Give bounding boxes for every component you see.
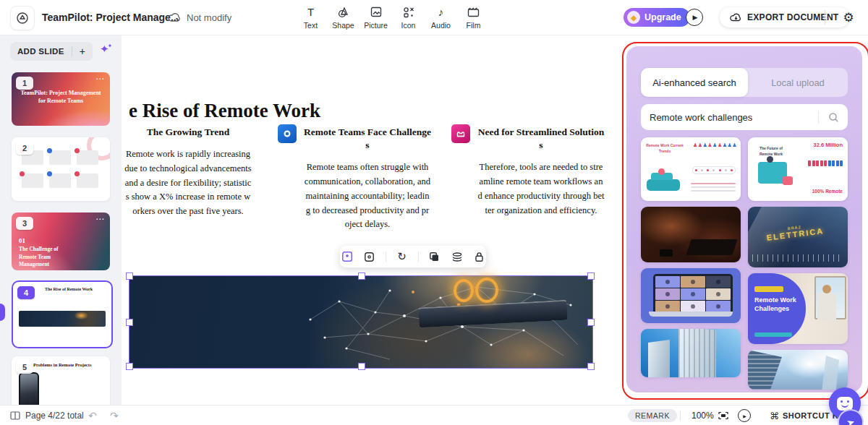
resize-handle-w[interactable]: [126, 319, 133, 326]
progress-dots: [692, 166, 736, 174]
upgrade-label: Upgrade: [644, 12, 681, 22]
caption-lines: [691, 181, 736, 194]
result-thumb-neon-sign[interactable]: BRÁZ ELETTRICA: [748, 207, 848, 267]
settings-gear-icon[interactable]: ⚙: [839, 8, 858, 27]
redo-icon[interactable]: ↷: [110, 405, 119, 425]
tab-local-upload[interactable]: Local upload: [748, 68, 848, 97]
gem-icon: ◆: [627, 11, 640, 24]
insert-toolbar: T Text Shape Picture: [294, 0, 490, 35]
save-status-label: Not modify: [187, 12, 231, 23]
column-heading[interactable]: The Growing Trend: [124, 126, 252, 139]
cover-subtitle-bar: [754, 332, 792, 337]
column-body[interactable]: Remote work is rapidly increasing due to…: [124, 147, 252, 219]
tab-ai-enhanced-search[interactable]: Ai-enhanced search: [641, 68, 748, 97]
audio-tool-button[interactable]: ♪ Audio: [425, 0, 457, 35]
resize-handle-n[interactable]: [358, 272, 365, 280]
yellow-badge: [754, 286, 783, 292]
result-thumb-future-of-remote-work[interactable]: The Future of Remote Work 32.6 Million 1…: [748, 137, 848, 201]
column-heading[interactable]: Remote Teams Face Challenges: [304, 126, 431, 152]
resize-handle-nw[interactable]: [126, 272, 133, 280]
result-thumb-city-clouds[interactable]: [748, 350, 848, 390]
film-tool-icon: [467, 6, 480, 19]
slide-3-eyebrow: 01: [19, 237, 25, 244]
result-thumb-current-trends[interactable]: Remote Work Current Trends ♟♟♟♟♟♟♟♟♟: [641, 137, 741, 201]
top-bar: TeamPilot: Project Manage... Not modify …: [0, 0, 868, 35]
audio-tool-icon: ♪: [438, 6, 444, 19]
add-slide-plus-button[interactable]: +: [72, 46, 93, 57]
slide-thumbnail-3[interactable]: 3 ⋯ 01 The Challenge of Remote Team Mana…: [12, 212, 110, 270]
replace-image-icon[interactable]: [341, 250, 354, 263]
frame-icon[interactable]: [363, 250, 376, 263]
slide-number-badge: 3: [16, 217, 33, 230]
add-slide-button[interactable]: ADD SLIDE: [10, 47, 72, 56]
slide-thumbnail-4-selected[interactable]: 4 The Rise of Remote Work: [12, 280, 113, 348]
film-tool-button[interactable]: Film: [457, 0, 490, 35]
object-toolbar: ↻: [340, 246, 486, 267]
text-tool-button[interactable]: T Text: [294, 0, 327, 35]
slide-title-text[interactable]: e Rise of Remote Work: [129, 100, 320, 122]
lock-icon[interactable]: [473, 250, 486, 263]
column-body[interactable]: Therefore, tools are needed to streamlin…: [477, 160, 605, 218]
image-search-input[interactable]: [641, 112, 818, 123]
resize-handle-e[interactable]: [587, 319, 595, 326]
laptop-base: [649, 312, 733, 317]
search-icon[interactable]: [819, 112, 848, 123]
fit-screen-icon: [718, 411, 728, 420]
statusbar-divider: [680, 411, 681, 421]
icon-tool-button[interactable]: Icon: [392, 0, 425, 35]
result-thumb-skyscrapers[interactable]: [641, 329, 741, 377]
toolbar-divider: [386, 252, 386, 262]
ai-sparkle-icon[interactable]: ✦✦: [100, 43, 114, 54]
result-thumb-remote-work-challenges[interactable]: Remote Work Challenges: [748, 273, 848, 344]
resize-handle-ne[interactable]: [587, 272, 595, 280]
resize-handle-s[interactable]: [358, 363, 365, 370]
resize-handle-sw[interactable]: [126, 363, 133, 370]
slide-menu-icon[interactable]: ⋯: [95, 214, 105, 224]
icon-tool-icon: [403, 6, 414, 19]
stat-badge: 100% Remote: [812, 189, 843, 194]
resize-handle-se[interactable]: [587, 363, 595, 370]
slide-5-phone-graphic: [19, 372, 39, 405]
preview-play-icon[interactable]: ▶: [738, 409, 751, 422]
zoom-control[interactable]: 100%: [692, 405, 728, 425]
result-thumb-video-call[interactable]: [641, 268, 741, 323]
page-overview-button[interactable]: Page 4/22 total: [10, 405, 84, 425]
upgrade-button[interactable]: ◆ Upgrade: [624, 8, 690, 27]
cover-title: Remote Work Challenges: [754, 296, 799, 313]
slide-1-title: TeamPilot: Project Management for Remote…: [17, 90, 104, 106]
infographic-title: The Future of Remote Work: [753, 146, 789, 157]
building-graphic: [748, 350, 782, 390]
column-heading[interactable]: Need for Streamlined Solutions: [477, 126, 605, 152]
sidebar-drag-handle[interactable]: [0, 304, 5, 321]
building-graphic: [813, 356, 839, 390]
rotate-icon[interactable]: ↻: [396, 250, 409, 263]
present-play-button[interactable]: ▶: [686, 9, 703, 26]
challenges-column-icon: [278, 124, 297, 143]
slide-thumbnail-1[interactable]: 1 ⋯ TeamPilot: Project Management for Re…: [12, 72, 110, 126]
column-body[interactable]: Remote teams often struggle with communi…: [304, 160, 431, 232]
zoom-level-value: 100%: [692, 411, 714, 421]
app-logo-icon[interactable]: [10, 6, 35, 30]
shape-tool-button[interactable]: Shape: [327, 0, 359, 35]
ai-search-panel: Ai-enhanced search Local upload Remote W…: [626, 46, 862, 392]
export-document-button[interactable]: EXPORT DOCUMENT: [720, 7, 849, 27]
selected-slide-image[interactable]: [129, 275, 593, 369]
column-growing-trend[interactable]: The Growing Trend Remote work is rapidly…: [124, 126, 252, 219]
column-challenges[interactable]: Remote Teams Face Challenges Remote team…: [304, 126, 431, 232]
undo-icon[interactable]: ↶: [88, 405, 97, 425]
slide-menu-icon[interactable]: ⋯: [95, 74, 105, 84]
picture-tool-button[interactable]: Picture: [359, 0, 392, 35]
slide-4-mini-title: The Rise of Remote Work: [32, 287, 106, 291]
column-solutions[interactable]: Need for Streamlined Solutions Therefore…: [477, 126, 605, 218]
remark-button[interactable]: REMARK: [628, 409, 677, 422]
result-thumb-person-typing[interactable]: [641, 207, 741, 262]
person-graphic: [817, 292, 836, 321]
pages-icon: [10, 411, 20, 420]
layers-icon[interactable]: [451, 250, 464, 263]
laptop-illustration: [653, 274, 733, 314]
duplicate-icon[interactable]: [428, 250, 441, 263]
slide-4-mini-image: [19, 311, 106, 327]
slide-thumbnail-2[interactable]: 2: [12, 137, 110, 201]
slide-thumbnail-5[interactable]: 5 Problems in Remote Projects: [12, 356, 110, 405]
panel-tabs: Ai-enhanced search Local upload: [641, 68, 848, 97]
